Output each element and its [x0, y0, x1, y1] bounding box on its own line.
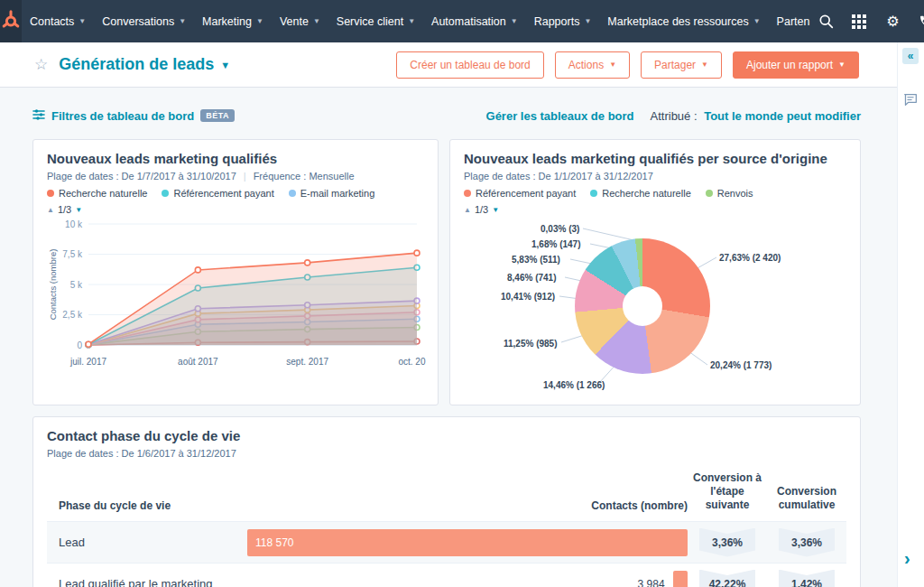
svg-text:sept. 2017: sept. 2017	[286, 357, 328, 367]
search-icon[interactable]	[818, 14, 834, 30]
svg-text:7,5 k: 7,5 k	[62, 249, 83, 259]
collapse-panel-icon[interactable]: «	[902, 48, 919, 64]
legend-dot	[706, 190, 713, 197]
svg-text:août 2017: août 2017	[178, 357, 218, 367]
top-navbar: Contacts▼ Conversations▼ Marketing▼ Vent…	[0, 0, 924, 42]
chevron-down-icon: ▼	[179, 17, 186, 25]
favorite-star-icon[interactable]: ☆	[34, 55, 48, 74]
donut-chart-area: 0,03% (3) 1,68% (147) 5,83% (511) 8,46% …	[464, 217, 846, 397]
report-date-range: Plage de dates : De 1/6/2017 à 31/12/201…	[47, 448, 846, 459]
legend-item[interactable]: Référencement payant	[162, 188, 273, 199]
table-row: Lead 118 570 3,36% 3,36%	[47, 522, 846, 564]
nav-item-marketing[interactable]: Marketing▼	[194, 0, 272, 42]
comments-icon[interactable]	[903, 93, 918, 110]
page-title: Génération de leads	[59, 55, 214, 74]
actions-button[interactable]: Actions▼	[555, 51, 630, 79]
svg-text:5 k: 5 k	[70, 280, 83, 290]
report-cards-row: Nouveaux leads marketing qualifiés Plage…	[32, 139, 861, 405]
chart-legend: Référencement payant Recherche naturelle…	[464, 188, 846, 199]
svg-text:juil. 2017: juil. 2017	[69, 357, 106, 367]
stage-label: Lead	[47, 536, 247, 549]
conversion-next-cell: 3,36%	[688, 528, 767, 557]
nav-item-service-client[interactable]: Service client▼	[328, 0, 423, 42]
nav-item-contacts[interactable]: Contacts▼	[22, 0, 94, 42]
funnel-bar[interactable]: 118 570	[247, 529, 688, 556]
funnel-bar[interactable]	[673, 571, 688, 587]
nav-item-partenaire[interactable]: Parten	[769, 0, 818, 42]
calls-phone-icon[interactable]	[918, 14, 924, 30]
legend-pager: ▲ 1/3 ▼	[47, 204, 424, 215]
legend-pager: ▲ 1/3 ▼	[464, 204, 846, 215]
nav-item-conversations[interactable]: Conversations▼	[94, 0, 194, 42]
conversion-badge: 3,36%	[699, 528, 755, 557]
create-dashboard-button[interactable]: Créer un tableau de bord	[396, 51, 543, 79]
funnel-table-header: Phase du cycle de vie Contacts (nombre) …	[47, 471, 846, 522]
report-title: Nouveaux leads marketing qualifiés per s…	[464, 151, 846, 166]
dashboard-header: ☆ Génération de leads ▼ Créer un tableau…	[0, 42, 924, 88]
report-title: Contact phase du cycle de vie	[47, 428, 846, 443]
nav-menu: Contacts▼ Conversations▼ Marketing▼ Vent…	[22, 0, 818, 42]
legend-dot	[464, 190, 471, 197]
nav-icons: ⚙ 2	[818, 14, 924, 30]
marketplace-grid-icon[interactable]	[851, 14, 867, 30]
filters-icon	[32, 107, 45, 124]
add-report-button[interactable]: Ajouter un rapport▼	[733, 51, 859, 79]
toolbar-right: Gérer les tableaux de bord Attribué : To…	[486, 109, 861, 123]
column-header: Conversion à l'étape suivante	[688, 471, 767, 512]
bar-zone: 118 570	[247, 529, 688, 556]
legend-dot	[162, 190, 169, 197]
pie-slice-label: 10,41% (912)	[501, 292, 555, 302]
legend-dot	[47, 190, 54, 197]
sprocket-icon	[0, 9, 22, 34]
hubspot-logo[interactable]	[0, 0, 22, 42]
conversion-badge: 1,42%	[779, 570, 835, 587]
bar-zone: 3 984	[247, 571, 688, 587]
line-chart: 02,5 k5 k7,5 k10 kjuil. 2017août 2017sep…	[47, 217, 424, 381]
pie-slice-label: 14,46% (1 266)	[543, 380, 605, 390]
report-date-range: Plage de dates : De 1/7/2017 à 31/10/201…	[47, 171, 424, 182]
nav-item-automatisation[interactable]: Automatisation▼	[423, 0, 526, 42]
expand-panel-icon[interactable]: ›	[904, 548, 910, 569]
pager-up-icon[interactable]: ▲	[464, 206, 471, 214]
chevron-down-icon: ▼	[838, 61, 845, 69]
header-actions: Créer un tableau de bord Actions▼ Partag…	[396, 51, 859, 79]
pie-slice-label: 1,68% (147)	[531, 239, 580, 249]
nav-item-rapports[interactable]: Rapports▼	[526, 0, 600, 42]
legend-item[interactable]: E-mail marketing	[289, 188, 375, 199]
chevron-down-icon: ▼	[701, 61, 708, 69]
nav-item-vente[interactable]: Vente▼	[272, 0, 328, 42]
assigned-permission-link[interactable]: Tout le monde peut modifier	[704, 109, 861, 123]
donut-chart	[575, 238, 710, 374]
column-header: Conversion cumulative	[767, 485, 846, 512]
pager-up-icon[interactable]: ▲	[47, 206, 54, 214]
conversion-next-cell: 42,22%	[688, 570, 767, 587]
conversion-cumulative-cell: 3,36%	[767, 528, 846, 557]
chevron-down-icon: ▼	[753, 17, 761, 25]
svg-text:oct. 2017: oct. 2017	[398, 357, 426, 367]
legend-item[interactable]: Référencement payant	[464, 188, 576, 199]
chevron-down-icon: ▼	[79, 17, 86, 25]
title-dropdown-caret-icon[interactable]: ▼	[220, 60, 230, 70]
pie-slice-label: 5,83% (511)	[512, 255, 560, 265]
pager-down-icon[interactable]: ▼	[492, 206, 499, 214]
assigned-setting: Attribué : Tout le monde peut modifier	[651, 109, 861, 123]
settings-gear-icon[interactable]: ⚙	[884, 14, 901, 30]
nav-item-marketplace[interactable]: Marketplace des ressources▼	[599, 0, 768, 42]
report-card-new-leads: Nouveaux leads marketing qualifiés Plage…	[32, 139, 439, 405]
legend-item[interactable]: Recherche naturelle	[47, 188, 147, 199]
pie-slice-label: 11,25% (985)	[504, 339, 558, 349]
legend-dot	[590, 190, 597, 197]
share-button[interactable]: Partager▼	[641, 51, 722, 79]
table-row: Lead qualifié par le marketing 3 984 42,…	[47, 564, 846, 587]
stage-label: Lead qualifié par le marketing	[47, 577, 247, 587]
legend-item[interactable]: Renvois	[706, 188, 753, 199]
pager-down-icon[interactable]: ▼	[75, 206, 82, 214]
chart-legend: Recherche naturelle Référencement payant…	[47, 188, 424, 199]
pie-slice-label: 0,03% (3)	[541, 224, 579, 234]
beta-badge: BÉTA	[200, 109, 235, 122]
legend-item[interactable]: Recherche naturelle	[590, 188, 690, 199]
manage-dashboards-link[interactable]: Gérer les tableaux de bord	[486, 109, 634, 123]
conversion-cumulative-cell: 1,42%	[767, 570, 846, 587]
dashboard-toolbar: Filtres de tableau de bord BÉTA Gérer le…	[32, 107, 861, 124]
dashboard-filters-toggle[interactable]: Filtres de tableau de bord BÉTA	[32, 107, 235, 124]
